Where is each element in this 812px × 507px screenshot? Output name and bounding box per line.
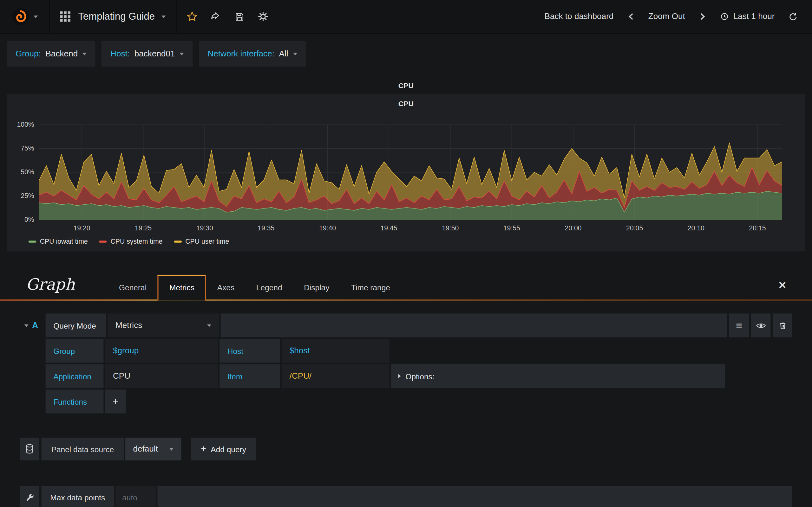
query-row-application-item: Application CPU Item /CPU/ Options: — [20, 364, 792, 388]
svg-text:19:40: 19:40 — [319, 224, 336, 232]
query-delete-button[interactable] — [773, 314, 792, 337]
chevron-left-icon — [627, 12, 635, 20]
panel-datasource-label: Panel data source — [42, 438, 124, 460]
template-var-label: Group: — [15, 49, 41, 58]
back-to-dashboard-link[interactable]: Back to dashboard — [540, 12, 618, 21]
template-var-value: Backend — [46, 49, 78, 58]
svg-text:19:35: 19:35 — [258, 224, 274, 232]
star-icon — [187, 11, 198, 22]
editor-title: Graph — [26, 275, 75, 293]
row-spacer — [126, 389, 792, 413]
query-indent — [20, 364, 46, 388]
top-navbar: Templating Guide — [0, 0, 812, 34]
refresh-button[interactable] — [782, 8, 804, 26]
cpu-panel: CPU 0%25%50%75%100%19:2019:2519:3019:351… — [7, 94, 805, 251]
panel-options-button[interactable] — [20, 486, 39, 507]
time-shift-forward-button[interactable] — [693, 8, 712, 25]
max-data-points-label: Max data points — [42, 486, 114, 507]
query-row-mode: A Query Mode Metrics ≡ — [20, 314, 792, 337]
query-indent — [20, 339, 46, 362]
legend-swatch — [99, 240, 107, 242]
query-menu-button[interactable]: ≡ — [729, 314, 749, 337]
star-button[interactable] — [181, 7, 204, 26]
grafana-main-menu[interactable] — [0, 0, 50, 33]
caret-down-icon — [83, 53, 87, 55]
share-button[interactable] — [205, 7, 227, 26]
wrench-icon — [25, 492, 35, 502]
legend-item[interactable]: CPU iowait time — [29, 237, 88, 245]
item-value-input[interactable]: /CPU/ — [282, 364, 390, 388]
add-query-button[interactable]: + Add query — [191, 438, 256, 460]
legend-item[interactable]: CPU system time — [99, 237, 163, 245]
query-row-group-host: Group $group Host $host — [20, 339, 792, 362]
tab-display[interactable]: Display — [293, 276, 340, 299]
query-toggle-visibility-button[interactable] — [751, 314, 770, 337]
legend-item[interactable]: CPU user time — [174, 237, 229, 245]
time-shift-back-button[interactable] — [621, 8, 641, 25]
dashboard-title-menu[interactable]: Templating Guide — [50, 0, 176, 33]
template-var-label: Network interface: — [207, 49, 274, 58]
chart-legend: CPU iowait timeCPU system timeCPU user t… — [29, 237, 805, 245]
save-button[interactable] — [229, 7, 251, 26]
clock-icon — [720, 12, 729, 21]
tab-accent-line — [0, 299, 812, 300]
settings-button[interactable] — [252, 7, 274, 26]
application-value-input[interactable]: CPU — [105, 364, 218, 388]
tab-axes[interactable]: Axes — [206, 276, 246, 299]
trash-icon — [777, 320, 787, 330]
plus-icon: + — [201, 444, 206, 454]
query-collapse-toggle[interactable]: A — [20, 314, 46, 337]
tab-time-range[interactable]: Time range — [340, 276, 401, 299]
svg-text:100%: 100% — [17, 121, 34, 128]
group-value-input[interactable]: $group — [105, 339, 218, 362]
template-var-value: backend01 — [135, 49, 175, 58]
time-range-label: Last 1 hour — [733, 12, 775, 21]
query-mode-label: Query Mode — [46, 314, 106, 337]
legend-swatch — [29, 240, 36, 242]
menu-icon: ≡ — [736, 320, 742, 331]
tab-legend[interactable]: Legend — [246, 276, 293, 299]
svg-text:25%: 25% — [20, 192, 34, 199]
tab-general[interactable]: General — [108, 276, 158, 299]
chart-title: CPU — [7, 94, 805, 113]
time-picker[interactable]: Last 1 hour — [715, 12, 780, 21]
datasource-select[interactable]: default — [125, 438, 181, 460]
svg-text:20:15: 20:15 — [749, 224, 766, 232]
save-icon — [234, 11, 245, 22]
datasource-button[interactable] — [20, 438, 39, 460]
svg-text:50%: 50% — [20, 168, 34, 176]
query-mode-select[interactable]: Metrics — [108, 314, 219, 337]
eye-icon — [755, 320, 766, 331]
caret-down-icon — [180, 53, 184, 55]
options-bar-filler — [157, 486, 792, 507]
cpu-chart-svg[interactable]: 0%25%50%75%100%19:2019:2519:3019:3519:40… — [7, 113, 805, 233]
legend-label: CPU iowait time — [40, 237, 88, 245]
template-var-group[interactable]: Group: Backend — [7, 41, 95, 67]
caret-down-icon — [161, 15, 165, 18]
add-function-button[interactable]: + — [105, 389, 125, 413]
options-label: Options: — [405, 372, 434, 381]
options-toggle[interactable]: Options: — [391, 364, 725, 388]
close-editor-button[interactable]: × — [773, 276, 792, 293]
caret-down-icon — [207, 324, 211, 327]
legend-label: CPU system time — [111, 237, 163, 245]
item-label: Item — [219, 364, 280, 388]
svg-text:20:10: 20:10 — [688, 224, 705, 232]
grafana-logo-icon — [12, 8, 30, 25]
group-label: Group — [46, 339, 104, 362]
template-var-netif[interactable]: Network interface: All — [199, 41, 306, 67]
svg-text:20:05: 20:05 — [626, 224, 643, 232]
zoom-out-button[interactable]: Zoom Out — [644, 12, 690, 21]
host-label: Host — [219, 339, 280, 362]
dashboard-title: Templating Guide — [78, 11, 155, 22]
tab-metrics[interactable]: Metrics — [157, 275, 206, 301]
svg-text:75%: 75% — [20, 145, 34, 152]
share-icon — [210, 11, 222, 22]
template-var-host[interactable]: Host: backend01 — [101, 41, 193, 67]
host-value-input[interactable]: $host — [282, 339, 390, 362]
query-indent — [20, 389, 46, 413]
panel-options-row: Max data points — [20, 486, 792, 507]
max-data-points-input[interactable] — [115, 486, 156, 507]
datasource-value: default — [133, 444, 158, 453]
panel-title[interactable]: CPU — [0, 77, 812, 94]
